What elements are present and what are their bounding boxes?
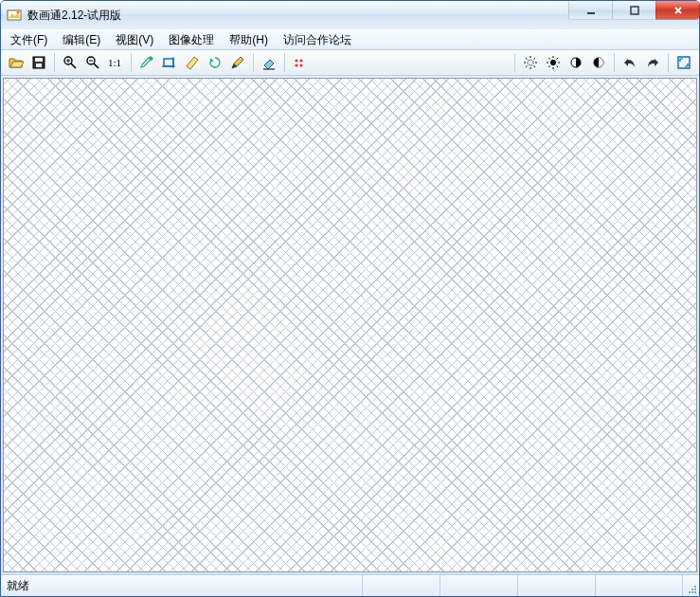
maximize-button[interactable] [612,1,655,20]
save-button[interactable] [28,52,49,73]
separator [253,53,254,72]
svg-line-27 [534,66,536,68]
eraser-button[interactable] [259,52,279,73]
svg-rect-44 [694,588,696,590]
svg-line-36 [557,66,559,68]
status-pane-3 [517,575,595,596]
app-window: 数画通2.12-试用版 文件(F) 编辑(E) 视图(V) 图像处理 帮助(H)… [0,0,700,597]
zoom-out-button[interactable] [82,52,103,73]
svg-point-30 [550,60,556,65]
svg-rect-6 [36,63,42,67]
svg-rect-46 [691,591,693,593]
svg-point-20 [299,63,302,66]
statusbar: 就绪 [1,574,699,596]
svg-rect-3 [631,7,638,14]
svg-point-18 [299,59,302,62]
contrast-down-button[interactable] [588,52,609,73]
svg-line-38 [557,58,559,60]
status-pane-4 [595,575,682,596]
svg-rect-2 [587,12,595,14]
svg-line-8 [71,63,76,68]
fullscreen-button[interactable] [673,52,694,73]
svg-point-17 [295,59,297,62]
resize-grip[interactable] [682,575,699,596]
svg-line-12 [94,63,99,68]
undo-button[interactable] [619,52,640,73]
close-button[interactable] [655,1,699,20]
crop-button[interactable] [159,52,180,73]
svg-point-21 [528,60,533,65]
deskew-button[interactable] [182,52,203,73]
brightness-down-button[interactable] [543,52,564,73]
svg-line-26 [526,58,528,60]
menu-view[interactable]: 视图(V) [108,30,161,50]
svg-line-35 [548,58,550,60]
svg-point-1 [17,11,20,14]
separator [668,53,669,72]
separator [514,53,515,72]
separator [284,53,285,72]
status-pane-1 [362,575,440,596]
grid-button[interactable] [290,52,311,73]
brightness-up-button[interactable] [520,52,541,73]
contrast-up-button[interactable] [565,52,586,73]
svg-rect-47 [694,591,696,593]
separator [54,53,55,72]
zoom-in-button[interactable] [60,52,81,73]
menu-forum[interactable]: 访问合作论坛 [276,30,359,50]
svg-line-28 [526,66,528,68]
svg-text:1:1: 1:1 [108,57,121,68]
toolbar: 1:1 [1,50,699,76]
svg-rect-43 [691,588,693,590]
app-icon [7,8,22,23]
separator [131,53,132,72]
svg-rect-45 [689,591,691,593]
window-controls [568,1,699,20]
svg-line-37 [548,66,550,68]
svg-rect-42 [694,586,696,588]
window-title: 数画通2.12-试用版 [27,8,121,24]
svg-rect-15 [164,59,173,66]
separator [614,53,615,72]
eyedropper-button[interactable] [136,52,157,73]
titlebar[interactable]: 数画通2.12-试用版 [1,1,699,29]
rotate-button[interactable] [205,52,225,73]
status-text: 就绪 [1,575,362,596]
redo-button[interactable] [642,52,663,73]
svg-rect-41 [678,57,690,68]
menubar: 文件(F) 编辑(E) 视图(V) 图像处理 帮助(H) 访问合作论坛 [1,29,699,50]
open-button[interactable] [6,52,27,73]
minimize-button[interactable] [568,1,612,20]
pencil-button[interactable] [227,52,248,73]
status-pane-2 [440,575,517,596]
canvas-area[interactable] [3,78,697,572]
svg-point-19 [295,63,297,66]
svg-line-29 [534,58,536,60]
menu-help[interactable]: 帮助(H) [222,30,276,50]
menu-edit[interactable]: 编辑(E) [55,30,108,50]
actual-size-button[interactable]: 1:1 [105,52,126,73]
svg-rect-5 [35,58,43,62]
menu-file[interactable]: 文件(F) [3,30,55,50]
menu-image[interactable]: 图像处理 [161,30,222,50]
